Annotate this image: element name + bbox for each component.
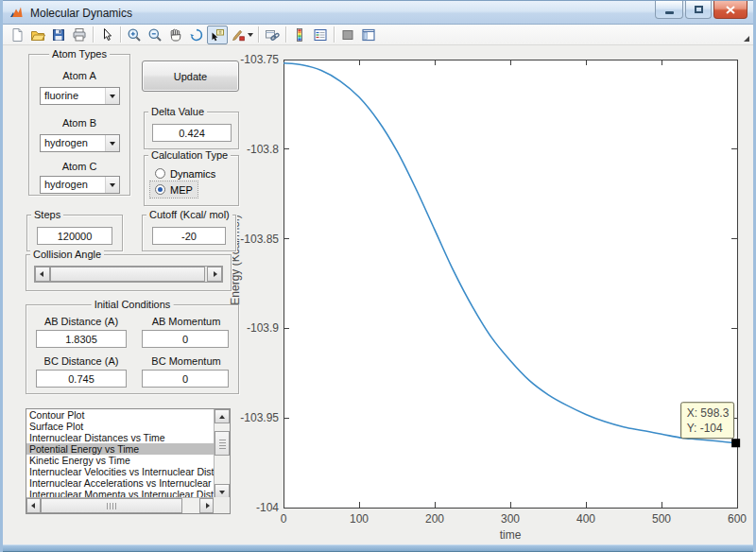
left-arrow-icon (31, 503, 35, 509)
edit-plot-button[interactable] (96, 26, 117, 44)
data-cursor-button[interactable] (207, 26, 228, 44)
collision-angle-slider[interactable] (34, 266, 223, 283)
atom-c-value: hydrogen (44, 179, 88, 190)
brush-data-button[interactable] (228, 26, 255, 44)
atom-b-dropdown[interactable]: hydrogen (40, 134, 120, 152)
update-button[interactable]: Update (142, 60, 239, 92)
bc-momentum-label: BC Momentum (140, 355, 232, 367)
atom-b-value: hydrogen (44, 137, 88, 148)
datatip-x-value: X: 598.3 (687, 406, 730, 420)
scroll-left-button[interactable] (26, 498, 41, 513)
slider-right-arrow[interactable] (207, 267, 222, 282)
dropdown-arrow-icon[interactable] (105, 88, 119, 104)
cursor-arrow-icon (99, 27, 114, 43)
scroll-right-button[interactable] (199, 498, 214, 513)
print-figure-button[interactable] (69, 26, 90, 44)
atom-c-label: Atom C (29, 161, 129, 172)
scroll-down-button[interactable] (215, 484, 230, 498)
show-plot-tools-button[interactable] (358, 26, 379, 44)
plot-area[interactable] (284, 60, 737, 508)
new-figure-button[interactable] (7, 26, 27, 44)
radio-option-dynamics[interactable]: Dynamics (150, 165, 220, 181)
x-tick-label: 100 (350, 512, 369, 526)
show-plot-tools-icon (361, 27, 376, 43)
bc-distance-label: BC Distance (A) (34, 355, 129, 367)
zoom-out-button[interactable] (145, 26, 165, 44)
list-item[interactable]: Surface Plot (26, 421, 214, 432)
insert-legend-button[interactable] (310, 26, 331, 44)
list-item[interactable]: Internuclear Distances vs Time (26, 432, 214, 443)
cutoff-title: Cutoff (Kcal/ mol) (146, 209, 232, 221)
up-arrow-icon (219, 415, 225, 419)
plot-type-listbox[interactable]: Contour PlotSurface PlotInternuclear Dis… (26, 408, 231, 514)
rotate-3d-button[interactable] (186, 26, 207, 44)
save-icon (51, 27, 66, 43)
list-item[interactable]: Potential Energy vs Time (26, 443, 214, 455)
x-axis-label: time (500, 528, 522, 542)
bc-momentum-field[interactable] (142, 370, 229, 388)
zoom-in-button[interactable] (124, 26, 145, 44)
close-button[interactable] (713, 1, 747, 19)
y-tick-label: -103.95 (240, 411, 279, 424)
delta-value-panel: Delta Value (144, 112, 239, 149)
x-tick-label: 300 (501, 512, 520, 526)
list-item[interactable]: Internuclear Accelerations vs Internucle… (26, 477, 214, 489)
slider-left-arrow[interactable] (35, 267, 50, 282)
y-tick-label: -103.75 (240, 53, 279, 66)
rotate-3d-icon (189, 27, 204, 43)
hide-plot-tools-button[interactable] (337, 26, 358, 44)
save-figure-button[interactable] (48, 26, 69, 44)
steps-field[interactable] (37, 227, 112, 245)
data-cursor-icon (210, 27, 225, 43)
toolbar-overflow-icon[interactable] (744, 36, 749, 42)
bc-distance-field[interactable] (36, 370, 127, 388)
radio-label: Dynamics (170, 168, 215, 180)
zoom-out-icon (147, 27, 163, 43)
listbox-vscrollbar[interactable] (214, 409, 230, 498)
insert-colorbar-button[interactable] (289, 26, 310, 44)
legend-icon (313, 27, 328, 43)
atom-c-dropdown[interactable]: hydrogen (40, 176, 120, 194)
x-tick-label: 200 (425, 512, 444, 526)
minimize-icon (665, 11, 674, 14)
open-file-icon (30, 27, 45, 43)
delta-value-field[interactable] (152, 124, 232, 142)
atom-a-value: fluorine (44, 90, 78, 101)
toolbar-separator (258, 26, 259, 43)
link-plot-button[interactable] (262, 26, 283, 44)
ab-momentum-field[interactable] (142, 330, 229, 348)
datatip-marker[interactable] (731, 439, 740, 447)
radio-icon[interactable] (155, 168, 165, 179)
figure-toolbar (3, 25, 753, 45)
open-file-button[interactable] (27, 26, 48, 44)
datatip-y-value: Y: -104 (687, 422, 723, 435)
x-tick-label: 600 (728, 512, 747, 526)
ab-distance-field[interactable] (36, 330, 127, 348)
titlebar[interactable]: Molecular Dynamics (3, 0, 753, 25)
list-item[interactable]: Contour Plot (26, 409, 214, 421)
list-item[interactable]: Internuclear Velocities vs Internuclear … (26, 466, 214, 477)
hscroll-thumb[interactable] (41, 498, 182, 513)
slider-thumb[interactable] (50, 267, 205, 282)
vscroll-thumb[interactable] (215, 431, 230, 456)
toolbar-separator (120, 26, 121, 43)
pan-button[interactable] (165, 26, 186, 44)
scroll-up-button[interactable] (215, 409, 230, 423)
dropdown-arrow-icon[interactable] (105, 177, 119, 193)
list-item[interactable]: Kinetic Energy vs Time (26, 455, 214, 466)
atom-a-dropdown[interactable]: fluorine (40, 87, 120, 105)
atom-types-panel: Atom Types Atom A fluorine Atom B hydrog… (28, 54, 130, 196)
atom-a-label: Atom A (29, 70, 129, 81)
radio-icon[interactable] (155, 184, 165, 195)
initial-conditions-title: Initial Conditions (92, 299, 174, 311)
right-arrow-icon (206, 503, 210, 509)
radio-option-mep[interactable]: MEP (150, 181, 198, 198)
maximize-button[interactable] (685, 1, 712, 19)
brush-icon (231, 27, 246, 43)
minimize-button[interactable] (655, 1, 683, 19)
cutoff-field[interactable] (152, 227, 226, 245)
down-arrow-icon (219, 491, 225, 494)
brush-dropdown-caret-icon[interactable] (248, 33, 253, 37)
dropdown-arrow-icon[interactable] (105, 135, 119, 151)
listbox-hscrollbar[interactable] (26, 497, 214, 513)
